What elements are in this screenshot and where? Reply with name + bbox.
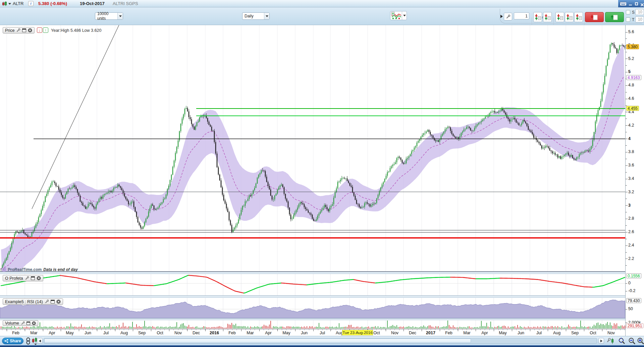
- x-minor-tick: [381, 329, 381, 330]
- x-minor-tick: [29, 329, 30, 330]
- x-minor-tick: [192, 329, 192, 330]
- highlighted-date-badge[interactable]: Tue 23-Aug-2016: [342, 330, 373, 335]
- year-high-low-stats: Year:High 5.486 Low 3.620: [51, 28, 101, 33]
- wrench-icon[interactable]: [21, 321, 25, 325]
- units-select[interactable]: 10000 units: [95, 12, 123, 20]
- limit-buy-order-button[interactable]: [543, 12, 552, 22]
- close-icon[interactable]: [32, 321, 36, 325]
- close-icon[interactable]: [28, 28, 32, 32]
- volume-panel-header[interactable]: Volume: [3, 320, 38, 326]
- keyboard-icon[interactable]: [620, 2, 626, 6]
- x-minor-tick: [155, 329, 156, 330]
- window-icon[interactable]: [22, 28, 26, 32]
- s-input[interactable]: [635, 9, 644, 15]
- x-month-tick: [602, 329, 602, 331]
- window-icon[interactable]: [51, 300, 55, 303]
- watermark-site: ProRealTime.com: [8, 267, 42, 272]
- limit-sell-order-button[interactable]: [533, 12, 542, 22]
- price-tick-label: 2.6: [628, 229, 634, 234]
- x-month-tick: [151, 329, 151, 331]
- chart-style-button[interactable]: [390, 11, 407, 20]
- x-minor-tick: [539, 329, 539, 330]
- price-minor-tick: [626, 212, 627, 212]
- wrench-icon[interactable]: [45, 299, 49, 304]
- qty-input[interactable]: [514, 12, 529, 19]
- x-minor-tick: [124, 329, 124, 330]
- window-icon[interactable]: [26, 322, 30, 325]
- titlebar: ALTR i 5.380 (-0.68%) 19-Oct-2017 ALTRI …: [0, 0, 644, 7]
- x-month-tick: [169, 329, 169, 331]
- last-price-badge: 5.380: [626, 44, 639, 49]
- wrench-icon[interactable]: [25, 276, 29, 280]
- x-minor-tick: [444, 329, 444, 330]
- price-tick-label: 2.4: [628, 243, 634, 248]
- x-month-tick: [133, 329, 133, 331]
- close-button[interactable]: [640, 2, 644, 6]
- x-minor-tick: [485, 329, 485, 330]
- stop-checkbox[interactable]: [626, 10, 630, 14]
- x-minor-tick: [38, 329, 39, 330]
- trade-settings-button[interactable]: [504, 13, 512, 20]
- stop-buy-order-button[interactable]: [565, 12, 574, 22]
- x-axis-month-label: Oct: [373, 331, 380, 335]
- t-input[interactable]: [635, 16, 644, 22]
- rsi-chart-canvas[interactable]: [0, 298, 625, 318]
- price-tick: [626, 179, 628, 179]
- price-tick: [626, 125, 628, 126]
- units-select-caret: [117, 13, 123, 19]
- info-button[interactable]: i: [28, 1, 34, 6]
- price-tick: [626, 99, 628, 99]
- x-minor-tick: [173, 329, 174, 330]
- maximize-button[interactable]: [635, 2, 638, 6]
- wrench-icon[interactable]: [16, 28, 20, 32]
- price-tick-label: 3.6: [628, 163, 634, 167]
- x-minor-tick: [291, 329, 291, 330]
- scroll-right-button[interactable]: [598, 338, 604, 344]
- window-icon[interactable]: [31, 276, 35, 280]
- volume-label: Volume: [5, 321, 19, 326]
- panel-separator[interactable]: [0, 295, 644, 298]
- close-icon[interactable]: [56, 299, 61, 304]
- instrument-dropdown-caret[interactable]: [8, 3, 11, 5]
- x-month-tick: [25, 329, 25, 331]
- profeta-chart-canvas[interactable]: [0, 274, 625, 295]
- sell-market-button[interactable]: [585, 12, 604, 22]
- chart-scrollbar[interactable]: [44, 338, 597, 344]
- x-month-tick: [458, 329, 458, 331]
- close-icon[interactable]: [37, 276, 41, 280]
- timeframe-select[interactable]: Daily: [242, 12, 270, 20]
- price-panel-header[interactable]: Price: [3, 27, 35, 33]
- price-tick-label: 3.2: [628, 190, 634, 194]
- zoom-in-icon[interactable]: [637, 337, 644, 346]
- sell-arrow-icon[interactable]: ↓: [37, 27, 42, 33]
- panel-separator[interactable]: [0, 272, 644, 274]
- price-minor-tick: [626, 239, 627, 239]
- stop-trailing-order-button[interactable]: [574, 12, 583, 22]
- x-month-tick: [313, 329, 314, 331]
- buy-arrow-icon[interactable]: ↑: [43, 27, 48, 33]
- zoom-out-icon[interactable]: [628, 337, 636, 346]
- price-tick: [626, 32, 628, 32]
- profeta-panel-header[interactable]: O Profeta: [3, 275, 43, 281]
- share-button[interactable]: Share: [2, 338, 23, 344]
- toolbar: 10000 units Daily Qty Limit: [0, 7, 644, 25]
- x-minor-tick: [214, 329, 214, 330]
- volume-chart-canvas[interactable]: [0, 320, 625, 329]
- target-checkbox[interactable]: [626, 17, 630, 22]
- scrollbar-thumb[interactable]: [44, 339, 471, 343]
- price-chart-canvas[interactable]: [0, 25, 625, 272]
- scroll-left-button[interactable]: [37, 338, 43, 344]
- x-axis-month-label: May: [499, 331, 507, 335]
- minimize-button[interactable]: [629, 2, 632, 6]
- zoom-select-icon[interactable]: [617, 337, 626, 346]
- trade-panel-collapse-arrow[interactable]: [500, 15, 503, 18]
- chart-settings-icon[interactable]: [606, 337, 615, 345]
- stop-sell-order-button[interactable]: [555, 12, 564, 22]
- level-price-badge: 4.455: [626, 106, 639, 111]
- rsi-tick-label: 50: [628, 306, 633, 311]
- buy-market-button[interactable]: [605, 12, 624, 22]
- x-month-tick: [97, 329, 97, 331]
- rsi-panel-header[interactable]: Example5 : RSI (14): [3, 298, 63, 305]
- x-minor-tick: [74, 329, 74, 330]
- link-chart-icon[interactable]: [25, 337, 31, 345]
